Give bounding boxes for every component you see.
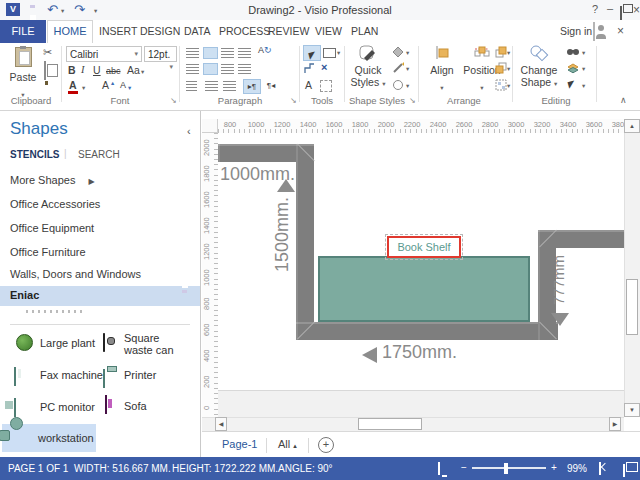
tab-search[interactable]: SEARCH [78, 149, 120, 160]
strikethrough-button[interactable]: abc [106, 66, 121, 76]
find-icon[interactable] [566, 46, 580, 57]
insert-page-icon[interactable]: + [318, 437, 334, 453]
tab-stencils[interactable]: STENCILS [10, 149, 59, 160]
drawing-page[interactable]: Book Shelf 1000mm. 1500mm. 777mm 1750mm. [218, 133, 624, 390]
zoom-out-button[interactable]: − [461, 462, 467, 473]
scroll-down-icon[interactable]: ▼ [624, 403, 640, 417]
stencil-office-accessories[interactable]: Office Accessories [10, 198, 100, 210]
scroll-right-icon[interactable]: ▶ [609, 417, 621, 431]
line-icon[interactable] [392, 62, 404, 74]
vertical-scroll-thumb[interactable] [626, 279, 638, 335]
zoom-slider-thumb[interactable] [504, 463, 508, 474]
decrease-indent-icon[interactable] [205, 81, 218, 91]
more-shapes-item[interactable]: More Shapes ▶ [10, 174, 95, 186]
bullets-icon[interactable] [186, 81, 197, 91]
tab-process[interactable]: PROCESS [219, 25, 270, 37]
text-tool-button[interactable]: A [305, 79, 312, 91]
rectangle-dropdown-icon[interactable]: ▾ [337, 49, 340, 57]
align-center-icon[interactable] [203, 63, 218, 75]
status-page[interactable]: PAGE 1 OF 1 [8, 463, 68, 474]
layers-dropdown-icon[interactable]: ▾ [582, 65, 585, 73]
align-right-icon[interactable] [221, 64, 234, 74]
status-height[interactable]: HEIGHT: 1722.222 MM. [172, 463, 278, 474]
account-avatar[interactable] [593, 22, 595, 41]
layers-icon[interactable] [566, 62, 580, 74]
master-square-waste-can[interactable]: Square waste can [103, 332, 105, 350]
font-family-combo[interactable]: Calibri▾ [66, 46, 142, 62]
tab-file[interactable]: FILE [0, 20, 46, 43]
pointer-tool-button[interactable]: ◤ [303, 45, 321, 61]
font-color-dropdown-icon[interactable]: ▾ [82, 84, 85, 92]
quick-styles-button[interactable]: Quick Styles ▾ [349, 45, 387, 93]
tab-plan[interactable]: PLAN [351, 25, 378, 37]
tab-view[interactable]: VIEW [315, 25, 342, 37]
stencil-eniac-active[interactable]: Eniac [0, 286, 200, 306]
connector-tool-icon[interactable] [303, 62, 316, 75]
stencil-walls-doors-windows[interactable]: Walls, Doors and Windows [10, 268, 141, 280]
ltr-direction-icon[interactable]: ▸¶ [243, 79, 261, 94]
wall-bottom[interactable] [296, 322, 558, 340]
presentation-mode-icon[interactable] [438, 462, 440, 475]
line-dropdown-icon[interactable]: ▾ [406, 65, 409, 73]
shape-styles-dialog-launcher-icon[interactable]: ↘ [409, 96, 416, 105]
tab-home[interactable]: HOME [47, 20, 93, 43]
fit-page-icon[interactable] [599, 462, 601, 475]
stencil-office-equipment[interactable]: Office Equipment [10, 222, 94, 234]
tab-design[interactable]: DESIGN [140, 25, 180, 37]
align-left-icon[interactable] [186, 64, 199, 74]
align-justify-icon[interactable] [238, 64, 251, 74]
stencil-office-furniture[interactable]: Office Furniture [10, 246, 86, 258]
align-middle-icon[interactable] [203, 47, 218, 59]
select-dropdown-icon[interactable]: ▾ [582, 82, 585, 90]
shrink-font-button[interactable]: A [120, 80, 126, 90]
rtl-direction-icon[interactable]: ¶◂ [263, 79, 279, 92]
align-button[interactable]: Align ▾ [424, 45, 460, 93]
fill-dropdown-icon[interactable]: ▾ [406, 49, 409, 57]
bring-forward-icon[interactable] [495, 46, 507, 58]
justify-icon[interactable] [238, 48, 251, 58]
tab-review[interactable]: REVIEW [268, 25, 309, 37]
book-shelf-shape[interactable] [318, 256, 530, 322]
status-width[interactable]: WIDTH: 516.667 MM. [74, 463, 171, 474]
master-workstation-selected[interactable]: workstation [2, 424, 96, 452]
group-icon[interactable] [495, 79, 507, 91]
master-sofa[interactable]: Sofa [105, 396, 107, 414]
book-shelf-label[interactable]: Book Shelf [387, 236, 461, 258]
status-angle[interactable]: ANGLE: 90° [278, 463, 333, 474]
case-dropdown-icon[interactable]: ▾ [141, 68, 144, 76]
connection-point-tool-icon[interactable]: × [321, 61, 327, 73]
horizontal-scroll-thumb[interactable] [358, 418, 422, 430]
zoom-slider-track[interactable] [472, 467, 546, 469]
tab-data[interactable]: DATA [184, 25, 210, 37]
rectangle-tool-icon[interactable] [323, 48, 336, 58]
zoom-in-button[interactable]: + [551, 462, 557, 473]
grow-font-button[interactable]: A [102, 79, 109, 91]
font-dialog-launcher-icon[interactable]: ↘ [170, 96, 177, 105]
effects-icon[interactable] [392, 79, 404, 91]
effects-dropdown-icon[interactable]: ▾ [406, 82, 409, 90]
select-icon[interactable]: ◤ [567, 78, 576, 89]
master-pc-monitor[interactable]: PC monitor [14, 398, 16, 416]
scroll-left-icon[interactable]: ◀ [215, 417, 227, 431]
page-tab-page1[interactable]: Page-1 [222, 438, 257, 450]
scroll-up-icon[interactable]: ▲ [624, 119, 640, 133]
collapse-panel-icon[interactable]: ‹ [187, 125, 191, 137]
tab-insert[interactable]: INSERT [99, 25, 137, 37]
close-button[interactable]: × [633, 3, 640, 17]
bring-forward-dropdown-icon[interactable]: ▾ [507, 49, 510, 57]
align-bottom-icon[interactable] [221, 48, 234, 58]
close-document-icon[interactable]: × [617, 24, 624, 38]
increase-indent-icon[interactable] [223, 81, 236, 91]
help-button[interactable]: ? [592, 3, 598, 15]
underline-button[interactable]: U [93, 64, 101, 76]
zoom-level[interactable]: 99% [567, 463, 587, 474]
minimize-button[interactable]: – [607, 2, 613, 14]
all-pages-button[interactable]: All ▴ [278, 438, 297, 450]
wall-left[interactable] [296, 144, 314, 340]
sign-in-link[interactable]: Sign in [560, 25, 592, 37]
text-block-tool-icon[interactable] [320, 80, 332, 92]
font-color-button[interactable]: A [68, 79, 78, 94]
cut-icon[interactable]: ✂ [43, 46, 52, 59]
copy-icon[interactable] [44, 61, 46, 80]
master-fax-machine[interactable]: Fax machine [14, 366, 16, 384]
